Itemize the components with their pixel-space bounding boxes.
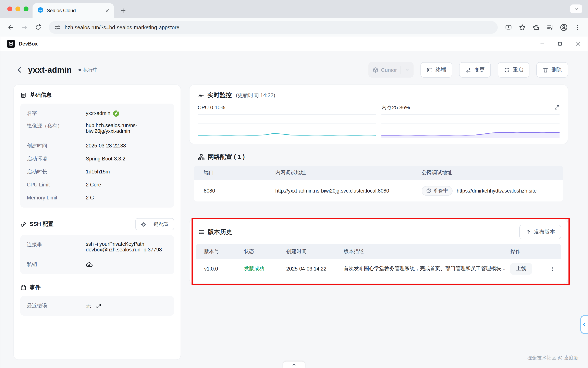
screenshot-stage: Sealos Cloud hzh.sealos.run/?s=bd-sealos… bbox=[0, 0, 588, 368]
publish-version-button[interactable]: 发布版本 bbox=[519, 225, 561, 239]
network-config-section: 网络配置 ( 1 ) 端口 内网调试地址 公网调试地址 8080 http://… bbox=[189, 153, 568, 202]
macos-minimize-button[interactable] bbox=[15, 7, 20, 11]
swap-arrows-icon bbox=[465, 67, 471, 73]
port-value: 8080 bbox=[194, 188, 275, 193]
info-row: 启动时长 1d15h15m bbox=[27, 165, 168, 178]
cpu-usage-label: CPU 0.10% bbox=[198, 104, 225, 110]
chevron-left-icon bbox=[582, 322, 587, 327]
network-config-title: 网络配置 ( 1 ) bbox=[189, 153, 568, 161]
expand-monitoring-icon[interactable] bbox=[554, 105, 559, 110]
gear-icon bbox=[141, 221, 146, 227]
open-in-cursor-button[interactable]: Cursor bbox=[368, 62, 414, 78]
info-row: Memory Limit 2 G bbox=[27, 191, 168, 204]
expand-errors-icon[interactable] bbox=[96, 303, 101, 309]
version-table-header: 版本号 状态 创建时间 版本描述 操作 bbox=[196, 244, 561, 259]
browser-tab-strip: Sealos Cloud bbox=[0, 0, 588, 18]
chevron-up-icon bbox=[291, 362, 297, 367]
restart-button[interactable]: 重启 bbox=[498, 62, 530, 78]
media-controls-button[interactable] bbox=[543, 21, 556, 34]
info-row: 私钥 bbox=[27, 258, 168, 271]
restart-icon bbox=[504, 67, 510, 73]
devbox-app-window: DevBox yxxt-admin bbox=[0, 37, 588, 368]
memory-sparkline bbox=[381, 115, 559, 138]
ssh-one-click-config-button[interactable]: 一键配置 bbox=[135, 218, 174, 230]
download-private-key-icon[interactable] bbox=[86, 261, 93, 268]
charts-row: CPU 0.10% 内存25.36% bbox=[198, 104, 559, 138]
tab-search-button[interactable] bbox=[570, 4, 582, 13]
cursor-button-label: Cursor bbox=[381, 67, 397, 73]
status-badge: 执行中 bbox=[78, 66, 98, 73]
col-status: 状态 bbox=[244, 248, 286, 255]
browser-toolbar: hzh.sealos.run/?s=bd-sealos-marketing-ap… bbox=[0, 18, 588, 37]
terminal-icon bbox=[427, 67, 433, 73]
back-chevron-icon[interactable] bbox=[16, 66, 23, 74]
window-controls bbox=[539, 40, 581, 47]
devbox-logo-icon bbox=[7, 40, 15, 48]
extensions-icon[interactable] bbox=[530, 21, 542, 34]
sealos-favicon-icon bbox=[38, 7, 44, 14]
go-online-button[interactable]: 上线 bbox=[510, 263, 532, 274]
info-row: 启动环境 Spring Boot-3.3.2 bbox=[27, 152, 168, 165]
header-actions: Cursor 终端 变更 重启 bbox=[368, 62, 568, 78]
macos-close-button[interactable] bbox=[7, 7, 12, 11]
main-columns: 基础信息 名字 yxxt-admin 镜像源（私有） hub.hzh bbox=[0, 78, 588, 360]
events-icon bbox=[20, 285, 26, 291]
tab-close-icon[interactable] bbox=[103, 7, 111, 14]
site-info-icon[interactable] bbox=[55, 24, 61, 30]
network-table-header: 端口 内网调试地址 公网调试地址 bbox=[194, 166, 563, 180]
memory-chart: 内存25.36% bbox=[381, 104, 559, 138]
forward-button[interactable] bbox=[18, 21, 31, 34]
memory-usage-label: 内存25.36% bbox=[381, 104, 410, 111]
devbox-title-bar: DevBox bbox=[0, 37, 588, 51]
info-row: 镜像源（私有） hub.hzh.sealos.run/ns-biwi20jg/y… bbox=[27, 120, 168, 139]
new-tab-button[interactable] bbox=[118, 5, 128, 16]
info-row: 连接串 ssh -i yourPrivateKeyPath devbox@hzh… bbox=[27, 239, 168, 258]
row-menu-icon[interactable] bbox=[550, 266, 556, 272]
devbox-name-value: yxxt-admin bbox=[86, 110, 110, 116]
window-minimize-button[interactable] bbox=[539, 40, 545, 47]
divider bbox=[401, 66, 401, 74]
delete-button[interactable]: 删除 bbox=[536, 62, 568, 78]
version-status: 发版成功 bbox=[244, 265, 286, 272]
side-panel-toggle[interactable] bbox=[580, 315, 588, 334]
internal-address-value: http://yxxt-admin.ns-biwi20jg.svc.cluste… bbox=[275, 188, 422, 193]
page-header: yxxt-admin 执行中 Cursor 终端 bbox=[0, 51, 588, 78]
version-number: v1.0.0 bbox=[196, 266, 244, 272]
bookmark-star-button[interactable] bbox=[516, 21, 529, 34]
chevron-down-icon bbox=[405, 67, 409, 72]
col-port: 端口 bbox=[194, 169, 275, 176]
basic-info-card: 基础信息 名字 yxxt-admin 镜像源（私有） hub.hzh bbox=[13, 84, 181, 360]
network-table: 端口 内网调试地址 公网调试地址 8080 http://yxxt-admin.… bbox=[194, 166, 563, 202]
col-version: 版本号 bbox=[196, 248, 244, 255]
col-public-address: 公网调试地址 bbox=[422, 169, 563, 176]
info-row: 创建时间 2025-03-28 22:38 bbox=[27, 139, 168, 152]
reload-button[interactable] bbox=[32, 21, 45, 34]
version-history-card: 版本历史 发布版本 版本号 状态 创建时间 bbox=[189, 219, 568, 284]
macos-zoom-button[interactable] bbox=[24, 7, 29, 11]
status-text: 执行中 bbox=[83, 66, 98, 73]
browser-tab[interactable]: Sealos Cloud bbox=[32, 3, 114, 18]
bottom-dock-toggle[interactable] bbox=[283, 361, 305, 368]
right-column: 实时监控 (更新时间 14:22) CPU 0.10% bbox=[189, 84, 568, 284]
profile-avatar[interactable] bbox=[557, 21, 570, 34]
terminal-button[interactable]: 终端 bbox=[420, 62, 452, 78]
ssh-info-box: 连接串 ssh -i yourPrivateKeyPath devbox@hzh… bbox=[20, 235, 174, 274]
public-address-link[interactable]: https://dmirkehhydtw.sealoshzh.site bbox=[457, 188, 537, 193]
install-app-button[interactable] bbox=[502, 21, 515, 34]
col-internal-address: 内网调试地址 bbox=[275, 169, 422, 176]
network-table-row: 8080 http://yxxt-admin.ns-biwi20jg.svc.c… bbox=[194, 180, 563, 202]
window-maximize-button[interactable] bbox=[557, 40, 563, 47]
status-dot bbox=[78, 69, 81, 71]
changes-button[interactable]: 变更 bbox=[459, 62, 491, 78]
basic-info-box: 名字 yxxt-admin 镜像源（私有） hub.hzh.sealos.run… bbox=[20, 104, 174, 208]
monitoring-title: 实时监控 bbox=[207, 91, 232, 99]
info-row: CPU Limit 2 Core bbox=[27, 178, 168, 191]
browser-menu-button[interactable] bbox=[571, 21, 584, 34]
cpu-chart: CPU 0.10% bbox=[198, 104, 376, 138]
arrow-up-icon bbox=[525, 229, 531, 235]
window-close-button[interactable] bbox=[575, 40, 581, 47]
back-button[interactable] bbox=[4, 21, 17, 34]
image-source-value: hub.hzh.sealos.run/ns-biwi20jg/yxxt-admi… bbox=[86, 123, 168, 134]
address-bar[interactable]: hzh.sealos.run/?s=bd-sealos-marketing-ap… bbox=[49, 21, 498, 34]
ssh-section-header: SSH 配置 一键配置 bbox=[20, 218, 174, 230]
